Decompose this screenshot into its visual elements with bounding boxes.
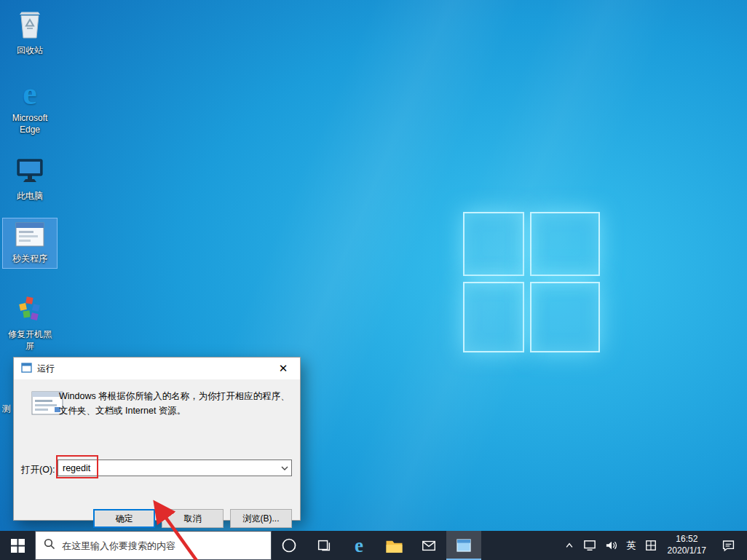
colored-cubes-icon [15, 296, 45, 326]
run-command-input[interactable] [58, 463, 278, 473]
desktop-icon-recycle-bin[interactable]: 回收站 [3, 6, 57, 60]
ime-mode-button[interactable] [641, 531, 661, 560]
chevron-up-icon [564, 540, 574, 551]
desktop-icon-label: 回收站 [17, 45, 43, 57]
clock-time: 16:52 [676, 534, 697, 545]
wallpaper-windows-logo [463, 212, 600, 352]
edge-icon: e [23, 78, 37, 110]
task-view-icon [316, 537, 332, 553]
taskbar-clock[interactable]: 16:52 2020/1/17 [661, 531, 713, 560]
ime-grid-icon [645, 540, 657, 551]
desktop-icon-label: 此电脑 [17, 191, 43, 202]
search-input[interactable] [62, 540, 263, 551]
desktop-icon-label: Microsoft Edge [7, 113, 53, 135]
clock-date: 2020/1/17 [668, 545, 706, 557]
logo-pane [463, 282, 524, 352]
desktop: 回收站 e Microsoft Edge 此电脑 秒关程序 [0, 0, 747, 560]
open-field-label: 打开(O): [21, 464, 55, 476]
cortana-icon [281, 537, 297, 553]
logo-pane [463, 212, 524, 276]
run-dialog: 运行 ✕ Windows 将根据你所输入的名称，为你打开相应的程序、文件夹、文档… [13, 357, 301, 521]
desktop-icon-label: 秒关程序 [12, 253, 47, 265]
mail-button[interactable] [411, 531, 446, 560]
desktop-icon-fix-black-screen[interactable]: 修复开机黑屏 [3, 293, 57, 355]
edge-icon: e [355, 536, 363, 556]
mail-icon [421, 537, 437, 553]
desktop-icon-this-pc[interactable]: 此电脑 [3, 154, 57, 205]
close-icon[interactable]: ✕ [266, 358, 300, 379]
network-icon [583, 540, 596, 551]
app-window-icon [455, 537, 473, 553]
search-icon [44, 538, 55, 553]
windows-logo-icon [11, 539, 25, 553]
desktop-icon-microsoft-edge[interactable]: e Microsoft Edge [3, 75, 57, 138]
action-center-icon [722, 539, 735, 552]
recycle-bin-icon [17, 9, 43, 42]
action-center-button[interactable] [713, 531, 744, 560]
volume-icon [605, 540, 618, 551]
cortana-button[interactable] [272, 531, 307, 560]
ime-language-label: 英 [627, 539, 636, 552]
file-explorer-button[interactable] [376, 531, 411, 560]
this-pc-icon [15, 157, 45, 188]
taskbar-search[interactable] [35, 531, 272, 560]
run-command-combobox[interactable] [58, 460, 292, 476]
ok-button[interactable]: 确定 [93, 509, 155, 528]
desktop-icon-quick-close-program[interactable]: 秒关程序 [3, 218, 57, 268]
folder-icon [385, 538, 403, 553]
volume-button[interactable] [601, 531, 622, 560]
chevron-down-icon[interactable] [278, 466, 291, 470]
logo-pane [530, 212, 600, 276]
run-dialog-title-icon [21, 363, 32, 375]
hidden-icons-button[interactable] [560, 531, 579, 560]
browse-button[interactable]: 浏览(B)... [230, 509, 292, 528]
desktop-icon-label: 修复开机黑屏 [4, 329, 55, 352]
system-tray: 英 16:52 2020/1/17 [560, 531, 747, 560]
run-dialog-title: 运行 [37, 363, 55, 375]
program-window-icon [15, 221, 45, 251]
edge-taskbar-button[interactable]: e [341, 531, 376, 560]
run-dialog-body: Windows 将根据你所输入的名称，为你打开相应的程序、文件夹、文档或 Int… [14, 379, 300, 521]
cancel-button[interactable]: 取消 [162, 509, 224, 528]
network-button[interactable] [579, 531, 601, 560]
start-button[interactable] [0, 531, 35, 560]
run-dialog-titlebar[interactable]: 运行 ✕ [14, 358, 300, 379]
run-dialog-description: Windows 将根据你所输入的名称，为你打开相应的程序、文件夹、文档或 Int… [59, 389, 296, 418]
taskbar: e [0, 531, 747, 560]
active-app-button[interactable] [446, 531, 481, 560]
task-view-button[interactable] [307, 531, 341, 560]
partial-desktop-icon-label[interactable]: 测 [2, 403, 11, 415]
logo-pane [530, 282, 600, 352]
ime-language-button[interactable]: 英 [622, 531, 641, 560]
